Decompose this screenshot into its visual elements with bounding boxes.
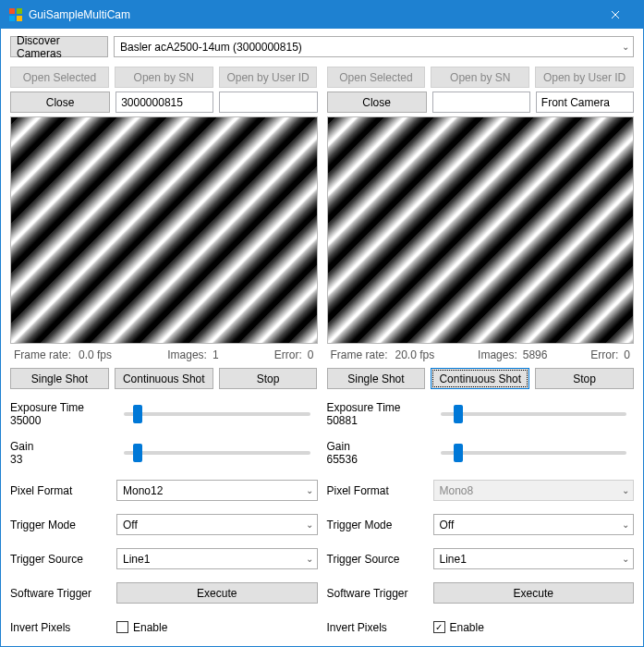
gain-value: 33 [10,453,116,466]
app-icon [8,7,23,22]
frame-rate-value: 0.0 fps [79,348,112,361]
invert-pixels-checkbox-label: Enable [450,621,484,634]
trigger-source-label: Trigger Source [327,553,433,566]
software-trigger-label: Software Trigger [327,587,433,600]
open-by-user-id-button[interactable]: Open by User ID [535,67,634,88]
invert-pixels-checkbox-label: Enable [133,621,167,634]
chevron-down-icon: ⌄ [306,485,313,495]
trigger-source-label: Trigger Source [10,553,116,566]
camera-panel-1: Open Selected Open by SN Open by User ID… [327,67,635,638]
pixel-format-label: Pixel Format [327,484,433,497]
chevron-down-icon: ⌄ [622,519,629,530]
chevron-down-icon: ⌄ [622,42,629,52]
continuous-shot-button[interactable]: Continuous Shot [431,368,529,389]
error-value: 0 [624,348,630,361]
stop-button[interactable]: Stop [535,368,634,389]
software-trigger-label: Software Trigger [10,587,116,600]
invert-pixels-label: Invert Pixels [10,621,116,634]
trigger-source-select[interactable]: Line1 ⌄ [116,548,318,569]
open-selected-button[interactable]: Open Selected [327,67,426,88]
single-shot-button[interactable]: Single Shot [327,368,426,389]
svg-rect-1 [17,8,22,14]
trigger-source-value: Line1 [123,553,150,566]
camera-select[interactable]: Basler acA2500-14um (3000000815) ⌄ [114,36,634,57]
pixel-format-label: Pixel Format [10,484,116,497]
slider-thumb[interactable] [133,444,142,462]
user-id-input[interactable]: Front Camera [536,92,634,113]
sn-input[interactable] [432,92,530,113]
camera-preview [327,116,635,344]
images-value: 1 [213,348,219,361]
trigger-mode-label: Trigger Mode [10,519,116,531]
slider-thumb[interactable] [454,405,463,423]
chevron-down-icon: ⌄ [306,519,313,530]
svg-rect-0 [9,8,15,14]
camera-preview [10,116,318,344]
pixel-format-select: Mono8 ⌄ [433,480,635,501]
images-value: 5896 [523,348,548,361]
gain-slider[interactable] [441,451,627,455]
close-button[interactable]: Close [10,92,110,113]
gain-label: Gain [327,440,433,453]
titlebar: GuiSampleMultiCam [1,1,643,29]
trigger-mode-select[interactable]: Off ⌄ [116,514,318,535]
sn-input[interactable]: 3000000815 [115,92,213,113]
frame-rate-label: Frame rate: [14,348,71,361]
error-value: 0 [308,348,314,361]
camera-select-value: Basler acA2500-14um (3000000815) [120,41,302,54]
images-label: Images: [478,348,517,361]
exposure-time-slider[interactable] [441,412,627,416]
chevron-down-icon: ⌄ [622,554,629,564]
invert-pixels-label: Invert Pixels [327,621,433,634]
single-shot-button[interactable]: Single Shot [10,368,109,389]
exposure-time-label: Exposure Time [327,401,433,414]
gain-slider[interactable] [124,451,310,455]
camera-panel-0: Open Selected Open by SN Open by User ID… [10,67,318,638]
stats-line: Frame rate: 20.0 fps Images: 5896 Error:… [327,346,635,364]
chevron-down-icon: ⌄ [306,554,313,564]
svg-rect-3 [17,16,22,21]
trigger-mode-value: Off [440,519,455,531]
chevron-down-icon: ⌄ [622,485,629,495]
stop-button[interactable]: Stop [219,368,318,389]
frame-rate-value: 20.0 fps [395,348,435,361]
stats-line: Frame rate: 0.0 fps Images: 1 Error: 0 [10,346,318,364]
software-trigger-execute-button[interactable]: Execute [116,582,318,604]
exposure-time-label: Exposure Time [10,401,116,414]
software-trigger-execute-button[interactable]: Execute [433,582,635,604]
trigger-source-select[interactable]: Line1 ⌄ [433,548,635,569]
slider-thumb[interactable] [133,405,142,423]
open-selected-button[interactable]: Open Selected [10,67,109,88]
pixel-format-value: Mono8 [440,484,474,497]
exposure-time-value: 35000 [10,414,116,427]
slider-thumb[interactable] [454,444,463,462]
continuous-shot-button[interactable]: Continuous Shot [115,368,213,389]
pixel-format-value: Mono12 [123,484,163,497]
discover-cameras-button[interactable]: Discover Cameras [10,36,108,57]
exposure-time-value: 50881 [327,414,433,427]
trigger-mode-label: Trigger Mode [327,519,433,531]
trigger-source-value: Line1 [440,553,467,566]
images-label: Images: [167,348,207,361]
close-button[interactable]: Close [327,92,427,113]
exposure-time-slider[interactable] [124,412,310,416]
invert-pixels-checkbox[interactable] [116,621,128,633]
frame-rate-label: Frame rate: [331,348,388,361]
open-by-sn-button[interactable]: Open by SN [115,67,213,88]
gain-value: 65536 [327,453,433,466]
window-close-button[interactable] [594,1,636,29]
gain-label: Gain [10,440,116,453]
user-id-input[interactable] [219,92,317,113]
window-title: GuiSampleMultiCam [29,8,130,21]
trigger-mode-value: Off [123,519,138,531]
invert-pixels-checkbox[interactable]: ✓ [433,621,445,633]
trigger-mode-select[interactable]: Off ⌄ [433,514,635,535]
pixel-format-select[interactable]: Mono12 ⌄ [116,480,318,501]
error-label: Error: [274,348,302,361]
svg-rect-2 [9,16,15,21]
error-label: Error: [590,348,618,361]
open-by-user-id-button[interactable]: Open by User ID [219,67,318,88]
open-by-sn-button[interactable]: Open by SN [431,67,529,88]
